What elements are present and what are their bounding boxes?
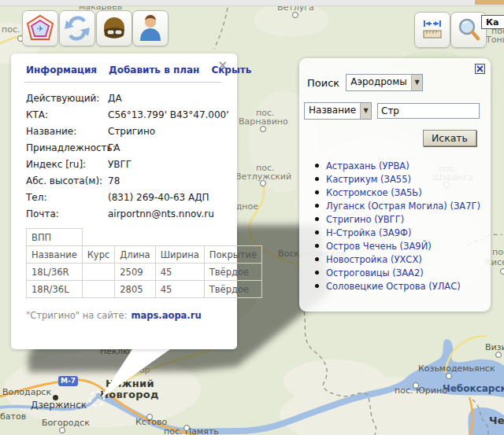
result-item: Соловецкие Острова (УЛАС): [315, 279, 480, 293]
runway-col-header: Длина: [115, 246, 155, 264]
infowindow-tabs: ИнформацияДобавить в планСкрыть: [26, 65, 251, 76]
search-results: Астрахань (УРВА)Кастрикум (ЗА55)Костромс…: [315, 159, 480, 293]
bullet-icon: [315, 244, 319, 248]
user-icon: [133, 11, 168, 46]
refresh-icon: [60, 11, 94, 46]
infowindow-tab-1[interactable]: Добавить в план: [109, 65, 199, 76]
field-label: Почта:: [26, 208, 108, 219]
bullet-icon: [315, 190, 319, 194]
field-label: Название:: [26, 126, 108, 137]
separator: [24, 82, 221, 83]
panel-close-icon[interactable]: [475, 64, 485, 74]
field-value: УВГГ: [108, 159, 229, 170]
runway-col-header: Курс: [82, 246, 115, 264]
category-select[interactable]: Аэродромы ▼: [346, 74, 423, 91]
bullet-icon: [315, 204, 319, 208]
runway-col-header: Ширина: [155, 246, 204, 264]
result-item: Остроговицы (ЗАА2): [315, 266, 480, 279]
result-link[interactable]: Н-Стройка (ЗА9Ф): [326, 227, 411, 238]
pilot-button[interactable]: [96, 10, 132, 46]
search-input[interactable]: [377, 103, 480, 119]
result-item: Н-Стройка (ЗА9Ф): [315, 226, 480, 239]
field-value: 78: [108, 175, 229, 186]
field-value: Стригино: [108, 126, 229, 137]
result-item: Луганск (Острая Могила) (ЗА7Г): [315, 199, 480, 212]
infowindow-tab-2[interactable]: Скрыть: [211, 65, 251, 76]
field-value: ДА: [108, 93, 229, 104]
bullet-icon: [315, 164, 319, 168]
ruler-icon: [415, 13, 450, 47]
field-label: Действующий:: [26, 93, 108, 104]
infowindow-footer: "Стригино" на сайте:maps.aopa.ru: [26, 310, 202, 321]
search-button[interactable]: Искать: [423, 130, 476, 146]
runway-row: 18L/36R250945Твёрдое: [27, 264, 262, 281]
field-value: (831) 269-40-63 АДП: [108, 192, 229, 203]
airport-infowindow: × ИнформацияДобавить в планСкрыть Действ…: [11, 53, 237, 349]
ruler-button[interactable]: [414, 12, 450, 48]
airport-fields: Действующий:ДАКТА:С56°13.799' В43°47.000…: [26, 90, 229, 222]
field-value: ГА: [108, 142, 229, 153]
result-link[interactable]: Остроговицы (ЗАА2): [326, 267, 424, 278]
result-link[interactable]: Луганск (Острая Могила) (ЗА7Г): [326, 201, 480, 212]
bullet-icon: [315, 177, 319, 181]
search-field-row: Название ▼: [304, 102, 480, 120]
result-item: Остров Чечень (ЗА9Й): [315, 239, 480, 253]
svg-text:✈: ✈: [37, 24, 43, 33]
user-button[interactable]: [132, 10, 169, 46]
result-link[interactable]: Костромское (ЗА5Ь): [326, 187, 422, 198]
runways-caption: ВПП: [27, 229, 83, 246]
search-label: Поиск: [307, 77, 339, 89]
bullet-icon: [315, 217, 319, 221]
chevron-down-icon: ▼: [360, 103, 371, 119]
result-link[interactable]: Соловецкие Острова (УЛАС): [326, 281, 461, 292]
top-fragment: [475, 0, 504, 5]
field-label: КТА:: [26, 109, 108, 120]
map-application: макарьевпос. КаВетлугапос.Тоншапос.Варна…: [0, 0, 504, 435]
aopa-link[interactable]: maps.aopa.ru: [132, 310, 202, 321]
search-type-row: Поиск Аэродромы ▼: [307, 74, 423, 91]
runway-col-header: Название: [27, 246, 83, 264]
result-link[interactable]: Астрахань (УРВА): [326, 160, 410, 171]
field-label: Индекс [ru]:: [26, 159, 108, 170]
runways-table: ВППНазваниеКурсДлинаШиринаПокрытие18L/36…: [26, 228, 262, 298]
result-link[interactable]: Стригино (УВГГ): [326, 214, 404, 225]
result-link[interactable]: Новостройка (УХСХ): [326, 254, 422, 265]
selected-airport-ring: [89, 391, 105, 407]
bullet-icon: [315, 271, 319, 275]
field-label: Тел:: [26, 192, 108, 203]
result-item: Астрахань (УРВА): [315, 159, 480, 172]
top-strip: [0, 0, 504, 6]
result-link[interactable]: Остров Чечень (ЗА9Й): [326, 241, 432, 252]
zones-icon: ✈: [23, 11, 57, 46]
pilot-helmet-icon: [97, 11, 132, 46]
result-item: Новостройка (УХСХ): [315, 253, 480, 266]
runway-row: 18R/36L280545Твёрдое: [27, 281, 262, 298]
result-item: Костромское (ЗА5Ь): [315, 186, 480, 199]
runway-col-header: Покрытие: [204, 246, 261, 264]
footer-text: "Стригино" на сайте:: [26, 310, 128, 321]
refresh-button[interactable]: [59, 10, 95, 46]
infowindow-tab-0[interactable]: Информация: [26, 65, 97, 76]
map-layer-button[interactable]: Ка: [481, 15, 504, 29]
chevron-down-icon: ▼: [411, 75, 422, 90]
result-item: Кастрикум (ЗА55): [315, 172, 480, 186]
bullet-icon: [315, 284, 319, 288]
field-select[interactable]: Название ▼: [304, 102, 372, 120]
field-value: airportnn@nts.nnov.ru: [108, 208, 229, 219]
result-item: Стригино (УВГГ): [315, 212, 480, 226]
bullet-icon: [315, 257, 319, 261]
field-value: С56°13.799' В43°47.000': [108, 109, 229, 120]
search-panel: Поиск Аэродромы ▼ Название ▼ Искать Астр…: [299, 58, 491, 312]
bullet-icon: [315, 230, 319, 234]
zones-button[interactable]: ✈: [22, 10, 58, 46]
result-link[interactable]: Кастрикум (ЗА55): [326, 174, 411, 185]
field-label: Абс. высота(м):: [26, 175, 108, 186]
field-label: Принадлежность:: [26, 142, 108, 153]
